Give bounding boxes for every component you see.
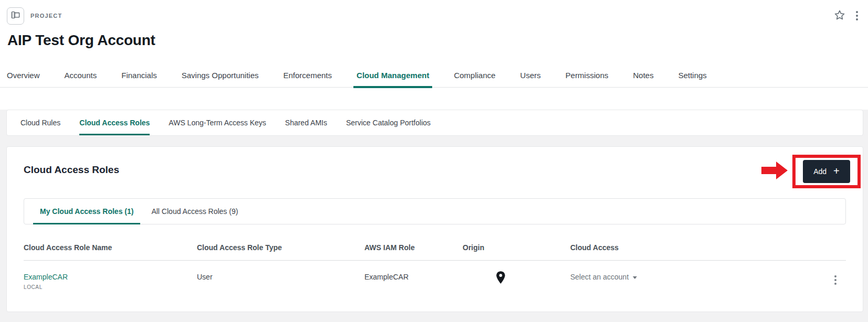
aws-iam-role-cell: ExampleCAR xyxy=(364,273,463,281)
kebab-icon xyxy=(856,11,858,20)
col-header-actions xyxy=(825,243,846,252)
project-icon-button[interactable] xyxy=(7,7,24,25)
cloud-access-roles-panel: Cloud Access Roles Add + My Cloud Access… xyxy=(6,146,863,312)
role-origin-badge: LOCAL xyxy=(24,284,197,290)
tab-permissions[interactable]: Permissions xyxy=(562,63,612,88)
tab-users[interactable]: Users xyxy=(517,63,544,88)
primary-nav: Overview Accounts Financials Savings Opp… xyxy=(7,63,860,88)
star-icon xyxy=(833,9,846,23)
content-area: Cloud Rules Cloud Access Roles AWS Long-… xyxy=(0,110,868,322)
annotation-red-arrow xyxy=(760,160,789,183)
subtab-shared-amis[interactable]: Shared AMIs xyxy=(285,110,327,135)
tab-notes[interactable]: Notes xyxy=(630,63,656,88)
page-more-menu-button[interactable] xyxy=(854,9,860,22)
col-header-type: Cloud Access Role Type xyxy=(197,243,364,252)
subtab-cloud-rules[interactable]: Cloud Rules xyxy=(20,110,60,135)
tab-cloud-management[interactable]: Cloud Management xyxy=(353,63,432,88)
caret-down-icon xyxy=(633,276,637,279)
tab-my-cloud-access-roles[interactable]: My Cloud Access Roles (1) xyxy=(31,199,142,224)
subtab-cloud-access-roles[interactable]: Cloud Access Roles xyxy=(79,110,150,135)
tab-settings[interactable]: Settings xyxy=(675,63,710,88)
favorite-star-button[interactable] xyxy=(832,8,847,24)
add-button-label: Add xyxy=(813,167,827,176)
entity-type-label: PROJECT xyxy=(30,13,62,19)
subtab-service-catalog-portfolios[interactable]: Service Catalog Portfolios xyxy=(346,110,431,135)
role-name-link[interactable]: ExampleCAR xyxy=(24,273,68,281)
table-header-row: Cloud Access Role Name Cloud Access Role… xyxy=(24,243,846,261)
cloud-access-account-select[interactable]: Select an account xyxy=(570,273,637,281)
cloud-management-subnav: Cloud Rules Cloud Access Roles AWS Long-… xyxy=(6,110,863,136)
tab-enforcements[interactable]: Enforcements xyxy=(280,63,336,88)
table-row: ExampleCAR LOCAL User ExampleCAR Sele xyxy=(24,261,846,290)
tab-savings-opportunities[interactable]: Savings Opportunities xyxy=(179,63,262,88)
page-title: AIP Test Org Account xyxy=(7,33,860,48)
panel-title: Cloud Access Roles xyxy=(24,164,846,176)
kebab-icon xyxy=(834,275,836,285)
account-select-placeholder: Select an account xyxy=(570,273,629,281)
annotation-highlight: Add + xyxy=(760,155,861,188)
cloud-access-roles-table: Cloud Access Role Name Cloud Access Role… xyxy=(24,243,846,290)
role-type-cell: User xyxy=(197,273,364,281)
location-pin-icon xyxy=(495,271,506,286)
tab-financials[interactable]: Financials xyxy=(118,63,160,88)
tab-accounts[interactable]: Accounts xyxy=(61,63,100,88)
plus-icon: + xyxy=(833,166,840,176)
breadcrumb: PROJECT xyxy=(7,7,860,24)
col-header-aws-iam-role: AWS IAM Role xyxy=(364,243,463,252)
annotation-red-box: Add + xyxy=(792,155,861,188)
tab-compliance[interactable]: Compliance xyxy=(451,63,498,88)
tab-overview[interactable]: Overview xyxy=(4,63,43,88)
col-header-origin: Origin xyxy=(463,243,570,252)
col-header-cloud-access: Cloud Access xyxy=(570,243,825,252)
project-folder-icon xyxy=(11,10,20,22)
add-button[interactable]: Add + xyxy=(803,160,850,183)
col-header-name: Cloud Access Role Name xyxy=(24,243,197,252)
subtab-aws-long-term-access-keys[interactable]: AWS Long-Term Access Keys xyxy=(169,110,266,135)
tab-all-cloud-access-roles[interactable]: All Cloud Access Roles (9) xyxy=(142,199,247,224)
page-header: PROJECT AIP Test Org Account Overview Ac… xyxy=(0,0,868,88)
roles-tabs: My Cloud Access Roles (1) All Cloud Acce… xyxy=(24,198,846,224)
row-actions-menu-button[interactable] xyxy=(833,274,838,286)
